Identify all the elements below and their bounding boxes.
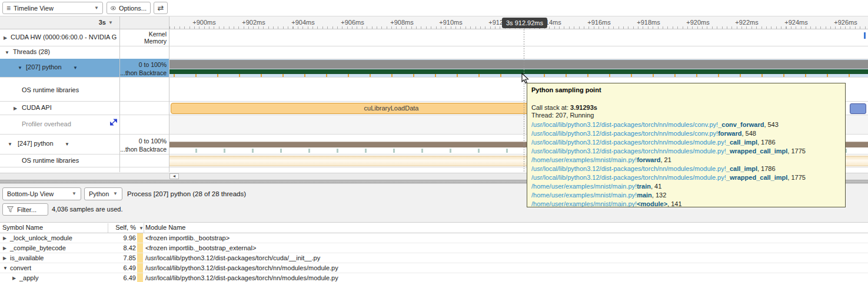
stack-frame: /usr/local/lib/python3.12/dist-packages/…: [531, 138, 841, 147]
swap-rows-button[interactable]: ⇄: [154, 2, 168, 14]
bottom-view-selector[interactable]: Bottom-Up View ▼: [2, 187, 81, 200]
track-range-label: 0 to 100%: [119, 137, 167, 145]
expander-icon[interactable]: ▶: [4, 35, 7, 41]
track-kind-label: ...thon Backtrace: [119, 146, 167, 153]
chevron-down-icon: ▼: [108, 21, 113, 25]
tooltip-title: Python sampling point: [531, 86, 841, 93]
callstack-time: 3.91293s: [570, 104, 597, 111]
stack-frame: /usr/local/lib/python3.12/dist-packages/…: [531, 120, 841, 129]
ruler-tick-label: +904ms: [291, 19, 314, 26]
expander-icon[interactable]: ▼: [3, 266, 8, 271]
frame-func: forward: [718, 130, 741, 137]
sidebar-row-threads[interactable]: ▼ Threads (28): [0, 46, 169, 59]
ruler-tick-label: +908ms: [390, 19, 413, 26]
stack-frame: /home/user/examples/mnist/main.py!<modul…: [531, 200, 841, 207]
cpu-usage-bar-207[interactable]: [169, 60, 868, 69]
timeline-toolbar: ≡ Timeline View ▼ Options... ⇄: [0, 0, 868, 16]
chevron-down-icon: ▼: [94, 6, 99, 11]
module-cell: /usr/local/lib/python3.12/dist-packages/…: [145, 264, 338, 271]
row-label: CUDA API: [22, 104, 52, 111]
sort-desc-icon[interactable]: ▼: [139, 226, 144, 231]
pane-divider: [119, 16, 120, 172]
table-row[interactable]: ▶ _lock_unlock_module 9.96 <frozen impor…: [0, 233, 868, 243]
column-divider[interactable]: [144, 223, 144, 233]
expander-icon[interactable]: ▼: [5, 50, 9, 55]
column-divider[interactable]: [108, 223, 108, 233]
timeline-cursor-badge: 3s 912.92ms: [502, 18, 547, 28]
col-header-symbol[interactable]: Symbol Name: [2, 224, 43, 231]
eye-icon: [111, 5, 116, 11]
tooltip-callstack: /usr/local/lib/python3.12/dist-packages/…: [531, 120, 841, 207]
self-pct-bar: [137, 273, 143, 282]
sidebar-row-cuda-hw[interactable]: ▶ CUDA HW (0000:06:00.0 - NVIDIA Ge Kern…: [0, 29, 169, 46]
zoom-scale-label: 3s: [71, 19, 106, 26]
sampling-ticks-orange[interactable]: [169, 74, 868, 77]
module-cell: /usr/local/lib/python3.12/dist-packages/…: [145, 274, 338, 281]
callstack-prefix: Call stack at:: [531, 104, 570, 111]
timeline-view-icon: ≡: [6, 5, 11, 12]
expander-icon[interactable]: ▶: [3, 236, 6, 241]
sidebar-row-profiler-overhead[interactable]: Profiler overhead: [0, 115, 169, 134]
frame-line: , 132: [652, 192, 666, 199]
module-cell: <frozen importlib._bootstrap>: [145, 234, 230, 241]
sidebar-row-thread-207[interactable]: ▼ [207] python ▼ 0 to 100% ...thon Backt…: [0, 59, 169, 77]
bottom-view-label: Bottom-Up View: [7, 190, 54, 197]
frame-func: _wrapped_call_impl: [726, 147, 788, 155]
row-label: Threads (28): [13, 48, 50, 55]
table-row[interactable]: ▶ _apply 6.49 /usr/local/lib/python3.12/…: [0, 273, 868, 282]
chevron-down-icon: ▼: [113, 192, 118, 196]
ruler-tick-label: +918ms: [637, 19, 660, 26]
frame-line: , 21: [660, 156, 671, 163]
frame-line: , 1775: [787, 174, 806, 181]
ruler-tick-label: +906ms: [341, 19, 364, 26]
expand-row-icon[interactable]: [109, 118, 118, 126]
frame-path: /usr/local/lib/python3.12/dist-packages/…: [531, 174, 726, 181]
filter-button[interactable]: Filter...: [2, 203, 48, 216]
thread-options-dropdown-icon[interactable]: ▼: [65, 142, 69, 147]
api-call-bar-blue[interactable]: [850, 103, 866, 114]
frame-line: , 1786: [757, 139, 776, 146]
timeline-scale-header[interactable]: 3s ▼: [0, 16, 169, 29]
view-selector-dropdown[interactable]: ≡ Timeline View ▼: [2, 2, 103, 14]
table-header-row[interactable]: Symbol Name Self, % ▼ Module Name: [0, 223, 868, 233]
symbol-cell: convert: [10, 264, 31, 271]
self-pct-cell: 7.85: [82, 254, 136, 261]
language-selector[interactable]: Python ▼: [84, 187, 122, 200]
thread-options-dropdown-icon[interactable]: ▼: [73, 65, 78, 70]
ruler-tick-label: +926ms: [834, 19, 857, 26]
frame-path: /usr/local/lib/python3.12/dist-packages/…: [531, 121, 718, 128]
scrollbar-left-arrow[interactable]: ◄: [169, 173, 179, 179]
row-label: Profiler overhead: [22, 120, 71, 127]
ruler-tick-label: +924ms: [784, 19, 807, 26]
frame-path: /home/user/examples/mnist/main.py!: [531, 200, 637, 207]
self-pct-cell: 8.42: [82, 244, 136, 251]
options-label: Options...: [119, 5, 147, 12]
chevron-down-icon: ▼: [72, 192, 77, 196]
sidebar-row-os-runtime-247[interactable]: OS runtime libraries: [0, 154, 169, 167]
python-backtrace-bar-207[interactable]: [169, 69, 868, 74]
expander-icon[interactable]: ▶: [3, 256, 6, 261]
symbol-cell: is_available: [10, 254, 44, 261]
row-label: [247] python: [18, 140, 54, 147]
options-button[interactable]: Options...: [107, 2, 151, 14]
col-header-module[interactable]: Module Name: [145, 224, 185, 231]
language-label: Python: [89, 190, 109, 197]
expander-icon[interactable]: ▼: [8, 142, 12, 147]
table-row[interactable]: ▶ _compile_bytecode 8.42 <frozen importl…: [0, 243, 868, 253]
expander-icon[interactable]: ▶: [3, 246, 6, 251]
kernel-event-tick[interactable]: [864, 32, 866, 39]
expander-icon[interactable]: ▶: [14, 106, 17, 111]
sidebar-row-thread-247[interactable]: ▼ [247] python ▼ 0 to 100% ...thon Backt…: [0, 134, 169, 154]
expander-icon[interactable]: ▼: [18, 65, 22, 70]
col-header-self[interactable]: Self, %: [82, 224, 136, 231]
bottom-up-table: Symbol Name Self, % ▼ Module Name ▶ _loc…: [0, 222, 868, 282]
table-row[interactable]: ▼ convert 6.49 /usr/local/lib/python3.12…: [0, 263, 868, 273]
sidebar-row-cuda-api[interactable]: ▶ CUDA API: [0, 101, 169, 115]
tooltip-thread-line: Thread: 207, Running: [531, 111, 841, 120]
tooltip-callstack-line: Call stack at: 3.91293s: [531, 104, 841, 111]
expander-icon[interactable]: ▶: [12, 276, 16, 281]
ruler-tick-label: +902ms: [242, 19, 265, 26]
self-pct-bar: [137, 243, 143, 253]
table-row[interactable]: ▶ is_available 7.85 /usr/local/lib/pytho…: [0, 253, 868, 263]
sidebar-row-os-runtime-207[interactable]: OS runtime libraries: [0, 77, 169, 101]
